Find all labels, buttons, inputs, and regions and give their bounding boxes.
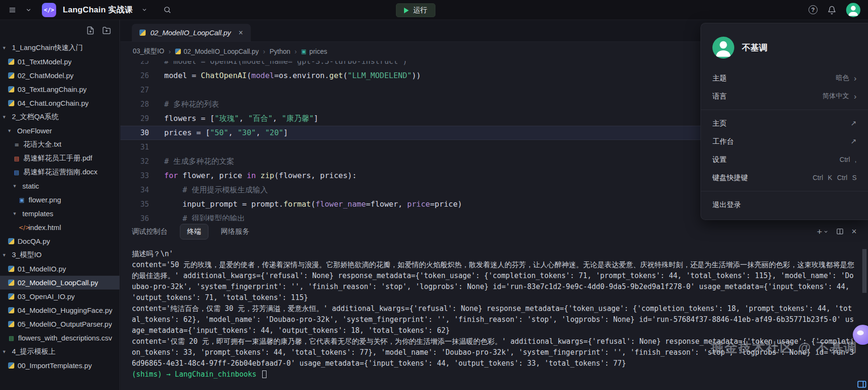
user-menu-item[interactable]: 主页↗	[701, 114, 868, 132]
notifications-bell-icon[interactable]	[827, 5, 837, 15]
user-menu-item[interactable]: 退出登录	[701, 196, 868, 214]
panel-tab[interactable]: 终端	[180, 224, 208, 240]
file-name: 05_ModelIO_OutputParser.py	[18, 320, 112, 328]
username: 不基调	[742, 42, 768, 53]
user-menu-item[interactable]: 设置Ctrl,	[701, 150, 868, 169]
title-chevron-down-icon[interactable]	[139, 5, 149, 15]
breadcrumb-item[interactable]: ▣prices	[301, 48, 327, 55]
file-tree-item[interactable]: DocQA.py	[0, 234, 119, 248]
file-name: templates	[22, 210, 53, 218]
menu-item-value: 简体中文	[822, 92, 849, 100]
file-tree-item[interactable]: ▾static	[0, 179, 119, 193]
menu-item-label: 设置	[712, 155, 727, 164]
file-tree-item[interactable]: ▤易速鲜花员工手册.pdf	[0, 151, 119, 165]
file-tree-item[interactable]: 01_ModelIO.py	[0, 262, 119, 276]
breadcrumb-item[interactable]: 03_模型IO	[133, 47, 164, 56]
file-tree-item[interactable]: 03_TextLangChain.py	[0, 82, 119, 96]
file-tree-item[interactable]: 04_ModelIO_HuggingFace.py	[0, 303, 119, 317]
file-tree-item[interactable]: ▾4_提示模板上	[0, 345, 119, 359]
menu-item-label: 主题	[712, 74, 727, 83]
txt-file-icon: ≡	[13, 141, 20, 148]
python-file-icon	[8, 307, 14, 313]
file-tree-item[interactable]: 00_ImportTemplates.py	[0, 359, 119, 372]
code-text: for flower, price in zip(flowers, prices…	[164, 169, 357, 183]
folder-caret-icon: ▾	[13, 183, 19, 189]
help-icon[interactable]: ?	[809, 5, 818, 14]
terminal-output-line: content='仅需 20 元，即可拥有一束温馨的康乃馨，它代表着无尽的爱与关…	[132, 336, 856, 369]
python-file-icon	[8, 321, 14, 327]
file-tree-item[interactable]: 01_TextModel.py	[0, 55, 119, 69]
user-menu: 不基调 主题暗色›语言简体中文›主页↗工作台↗设置Ctrl,键盘快捷键CtrlK…	[700, 23, 868, 220]
menu-divider	[701, 191, 868, 191]
split-panel-icon[interactable]	[836, 228, 844, 235]
file-tree-item[interactable]: 04_ChatLongChain.py	[0, 96, 119, 110]
panel-tab[interactable]: 调试控制台	[132, 227, 168, 236]
file-tree-item[interactable]: 05_ModelIO_OutputParser.py	[0, 317, 119, 331]
breadcrumb-separator-icon: ›	[295, 48, 297, 55]
external-link-icon: ↗	[850, 119, 857, 128]
new-terminal-icon[interactable]: +	[817, 227, 829, 236]
file-tree-item[interactable]: ▾OneFlower	[0, 124, 119, 138]
chevron-down-icon[interactable]	[24, 5, 33, 15]
file-tree-item[interactable]: ≡花语大全.txt	[0, 138, 119, 151]
python-file-icon	[8, 59, 14, 65]
terminal-output[interactable]: 描述吗？\n'content='50 元的玫瑰，是爱的使者，传递着深情与浪漫。它…	[120, 242, 868, 380]
breadcrumb-item[interactable]: Python	[269, 48, 290, 55]
panel-tab[interactable]: 网络服务	[221, 227, 249, 236]
file-tree-item[interactable]: </>index.html	[0, 220, 119, 234]
file-name: 02_ChatModel.py	[18, 71, 74, 80]
file-tree-item[interactable]: ▾templates	[0, 207, 119, 220]
code-text: # 多种花的列表	[164, 97, 219, 111]
user-avatar[interactable]	[846, 3, 860, 17]
file-tree-item[interactable]: ▾1_LangChain快速入门	[0, 41, 119, 55]
file-name: 03_OpenAI_IO.py	[18, 292, 75, 300]
line-number: 27	[120, 83, 149, 97]
line-number: 29	[120, 111, 149, 126]
line-number: 25	[120, 61, 149, 69]
file-name: 4_提示模板上	[12, 347, 56, 356]
file-name: static	[22, 182, 39, 190]
run-button[interactable]: 运行	[396, 3, 435, 17]
panel-toggle-icon[interactable]	[857, 379, 867, 390]
python-file-icon	[8, 72, 14, 79]
file-tree-item[interactable]: 03_OpenAI_IO.py	[0, 290, 119, 303]
file-tree-item[interactable]: ▤flowers_with_descriptions.csv	[0, 331, 119, 345]
folder-caret-icon: ▾	[3, 45, 9, 51]
search-icon[interactable]	[162, 5, 172, 15]
terminal-scrollbar-thumb[interactable]	[862, 249, 867, 293]
new-folder-icon[interactable]	[102, 26, 111, 35]
shortcut-key: ,	[855, 156, 857, 163]
file-tree-item[interactable]: ▾2_文档QA系统	[0, 110, 119, 124]
user-menu-item[interactable]: 语言简体中文›	[701, 87, 868, 105]
user-menu-item[interactable]: 主题暗色›	[701, 69, 868, 87]
file-tree-item[interactable]: ▣flower.png	[0, 193, 119, 207]
html-file-icon: </>	[19, 224, 25, 231]
file-tree-item[interactable]: ▾3_模型IO	[0, 248, 119, 262]
file-tree-item[interactable]: 02_ChatModel.py	[0, 69, 119, 82]
file-name: 花语大全.txt	[23, 140, 61, 149]
python-file-icon	[8, 293, 14, 300]
file-tree-item[interactable]: 02_ModelIO_LoopCall.py	[0, 276, 119, 290]
new-file-icon[interactable]	[86, 26, 95, 35]
menu-item-label: 键盘快捷键	[712, 173, 748, 182]
terminal-cursor	[262, 370, 266, 378]
file-name: index.html	[29, 223, 61, 231]
docx-file-icon: ▤	[13, 169, 20, 176]
file-tree-item[interactable]: ▤易速鲜花运营指南.docx	[0, 165, 119, 179]
file-name: flower.png	[29, 196, 61, 204]
menu-icon[interactable]	[8, 5, 17, 15]
code-text: # model = OpenAI(model_name="gpt-3.5-tur…	[164, 61, 407, 69]
python-file-icon	[8, 86, 14, 92]
tab-close-icon[interactable]: ×	[238, 29, 243, 37]
python-file-icon	[8, 266, 14, 272]
editor-tab[interactable]: 02_ModelIO_LoopCall.py ×	[132, 24, 251, 41]
user-menu-item[interactable]: 键盘快捷键CtrlKCtrlS	[701, 169, 868, 187]
user-menu-item[interactable]: 工作台↗	[701, 132, 868, 150]
breadcrumb-item[interactable]: 02_ModelIO_LoopCall.py	[175, 48, 259, 55]
close-panel-icon[interactable]: ×	[851, 227, 857, 237]
panel-actions: + ×	[817, 227, 857, 237]
file-name: 3_模型IO	[12, 250, 42, 260]
code-text: # 得到模型的输出	[164, 211, 245, 221]
menu-item-label: 退出登录	[712, 200, 741, 210]
line-number: 30	[120, 126, 149, 140]
